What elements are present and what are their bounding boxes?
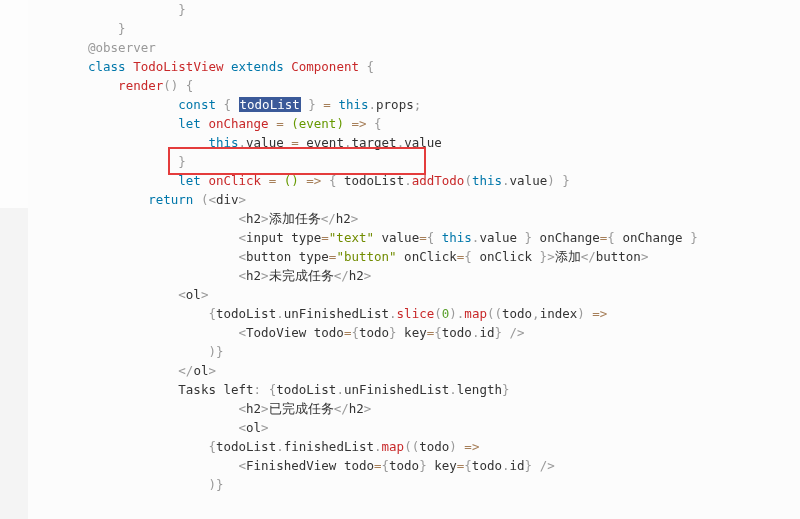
code-token: { — [434, 325, 442, 340]
code-token: map — [382, 439, 405, 454]
code-token: . — [389, 306, 397, 321]
code-token: todoList — [216, 306, 276, 321]
code-token: ol — [246, 420, 261, 435]
code-token: > — [239, 192, 247, 207]
code-token: length — [457, 382, 502, 397]
code-token: key — [397, 325, 427, 340]
code-token: < — [178, 287, 186, 302]
code-token: addTodo — [412, 173, 465, 188]
code-token: > — [261, 211, 269, 226]
code-token — [321, 173, 329, 188]
code-token: { — [374, 116, 382, 131]
code-token: event — [306, 135, 344, 150]
code-token: input type — [246, 230, 321, 245]
code-token: > — [261, 401, 269, 416]
left-gutter — [0, 0, 28, 208]
code-token — [359, 59, 367, 74]
code-token: map — [464, 306, 487, 321]
code-token: . — [449, 382, 457, 397]
code-token: @observer — [88, 40, 156, 55]
code-token: event — [299, 116, 337, 131]
code-token: props — [376, 97, 414, 112]
code-token: todo — [442, 325, 472, 340]
code-token: { — [351, 325, 359, 340]
code-token: value — [246, 135, 284, 150]
code-line: )} — [88, 475, 800, 494]
code-token: this — [442, 230, 472, 245]
code-token: extends — [231, 59, 284, 74]
code-token: h2 — [246, 211, 261, 226]
code-token: this — [472, 173, 502, 188]
code-token: return — [148, 192, 193, 207]
code-token — [336, 173, 344, 188]
code-token: render — [118, 78, 163, 93]
code-token: } — [525, 230, 533, 245]
code-token: h2 — [336, 211, 351, 226]
code-line: } — [88, 0, 800, 19]
code-token: (( — [404, 439, 419, 454]
code-token: todoList — [344, 173, 404, 188]
code-token: )} — [208, 477, 223, 492]
code-token — [193, 192, 201, 207]
code-token: } — [389, 325, 397, 340]
code-token: todo — [389, 458, 419, 473]
code-token: . — [502, 458, 510, 473]
code-token: => — [351, 116, 366, 131]
code-token: = — [321, 230, 329, 245]
code-token: ; — [414, 97, 422, 112]
code-token: value — [479, 230, 517, 245]
code-token: / — [341, 401, 349, 416]
code-token: = — [323, 97, 331, 112]
code-line: } — [88, 19, 800, 38]
code-line: let onChange = (event) => { — [88, 114, 800, 133]
code-token — [502, 325, 510, 340]
code-line: <h2>添加任务</h2> — [88, 209, 800, 228]
code-token: ) — [547, 173, 555, 188]
code-token — [434, 230, 442, 245]
code-line: <TodoView todo={todo} key={todo.id} /> — [88, 323, 800, 342]
code-token: . — [336, 382, 344, 397]
code-token: div — [216, 192, 239, 207]
code-token: > — [351, 211, 359, 226]
code-token: ( — [464, 173, 472, 188]
code-token: () — [284, 173, 299, 188]
code-editor[interactable]: } }@observerclass TodoListView extends C… — [28, 0, 800, 519]
code-line: {todoList.unFinishedList.slice(0).map((t… — [88, 304, 800, 323]
code-token: ( — [434, 306, 442, 321]
code-token: Tasks left — [178, 382, 253, 397]
code-token: value — [374, 230, 419, 245]
code-token: { — [464, 249, 472, 264]
code-token: } — [494, 325, 502, 340]
code-token: onClick — [208, 173, 261, 188]
code-token: unFinishedList — [284, 306, 389, 321]
code-token — [532, 458, 540, 473]
code-token: )} — [208, 344, 223, 359]
code-token: } — [118, 21, 126, 36]
code-token: < — [239, 211, 247, 226]
code-token: ) — [577, 306, 585, 321]
code-line: let onClick = () => { todoList.addTodo(t… — [88, 171, 800, 190]
code-token: todoList — [276, 382, 336, 397]
code-token: button — [596, 249, 641, 264]
code-line: <h2>已完成任务</h2> — [88, 399, 800, 418]
code-token — [223, 59, 231, 74]
code-token: let — [178, 173, 201, 188]
code-token: < — [239, 230, 247, 245]
code-line: )} — [88, 342, 800, 361]
code-block[interactable]: } }@observerclass TodoListView extends C… — [28, 0, 800, 494]
code-token — [261, 382, 269, 397]
code-token: { — [208, 306, 216, 321]
code-token: = — [276, 116, 284, 131]
code-token: > — [201, 287, 209, 302]
code-token: id — [479, 325, 494, 340]
code-token: => — [592, 306, 607, 321]
code-line: render() { — [88, 76, 800, 95]
code-token: ) — [336, 116, 344, 131]
code-token: 已完成任务 — [269, 401, 334, 416]
code-token: onChange — [615, 230, 690, 245]
code-token: slice — [397, 306, 435, 321]
code-token: h2 — [349, 268, 364, 283]
code-token: { — [382, 458, 390, 473]
code-token: /> — [540, 458, 555, 473]
code-token — [231, 97, 239, 112]
